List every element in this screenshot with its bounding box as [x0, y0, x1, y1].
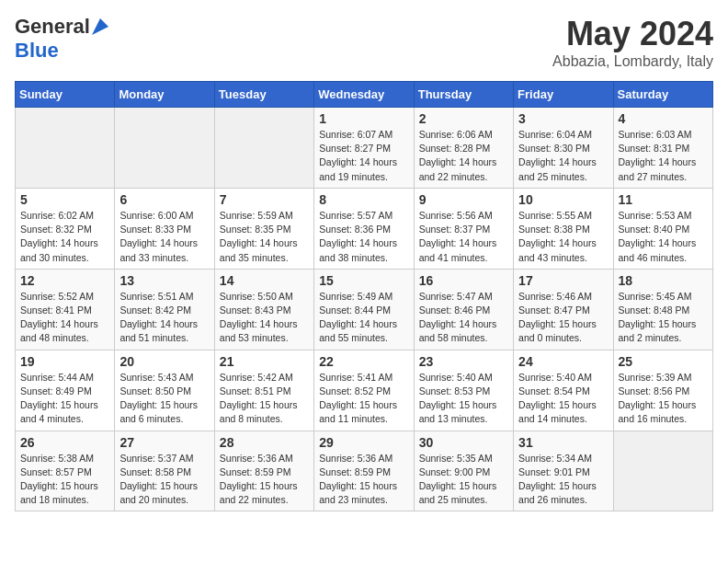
- calendar-cell: 15Sunrise: 5:49 AM Sunset: 8:44 PM Dayli…: [314, 269, 414, 350]
- col-monday: Monday: [115, 82, 214, 108]
- calendar-cell: 8Sunrise: 5:57 AM Sunset: 8:36 PM Daylig…: [314, 188, 414, 269]
- calendar-cell: 14Sunrise: 5:50 AM Sunset: 8:43 PM Dayli…: [214, 269, 313, 350]
- day-number: 8: [319, 192, 408, 207]
- calendar-cell: [16, 108, 115, 189]
- calendar-cell: 12Sunrise: 5:52 AM Sunset: 8:41 PM Dayli…: [16, 269, 115, 350]
- calendar-cell: 4Sunrise: 6:03 AM Sunset: 8:31 PM Daylig…: [613, 108, 712, 189]
- day-number: 6: [119, 192, 209, 207]
- day-number: 2: [419, 111, 508, 126]
- cell-details: Sunrise: 6:03 AM Sunset: 8:31 PM Dayligh…: [619, 128, 708, 184]
- day-number: 16: [419, 273, 508, 288]
- location-text: Abbazia, Lombardy, Italy: [552, 53, 713, 70]
- logo-general-text: General: [15, 15, 90, 39]
- col-friday: Friday: [514, 82, 613, 108]
- cell-details: Sunrise: 5:39 AM Sunset: 8:56 PM Dayligh…: [619, 371, 708, 427]
- calendar-cell: 29Sunrise: 5:36 AM Sunset: 8:59 PM Dayli…: [314, 431, 414, 511]
- calendar-cell: 10Sunrise: 5:55 AM Sunset: 8:38 PM Dayli…: [514, 188, 613, 269]
- cell-details: Sunrise: 5:47 AM Sunset: 8:46 PM Dayligh…: [419, 290, 508, 346]
- logo-arrow-icon: [92, 18, 108, 35]
- day-number: 19: [20, 354, 109, 369]
- calendar-cell: 23Sunrise: 5:40 AM Sunset: 8:53 PM Dayli…: [414, 350, 513, 431]
- calendar-cell: 13Sunrise: 5:51 AM Sunset: 8:42 PM Dayli…: [115, 269, 214, 350]
- col-thursday: Thursday: [414, 82, 513, 108]
- cell-details: Sunrise: 5:36 AM Sunset: 8:59 PM Dayligh…: [319, 452, 408, 508]
- month-title: May 2024: [552, 15, 713, 53]
- calendar-week-5: 26Sunrise: 5:38 AM Sunset: 8:57 PM Dayli…: [16, 431, 713, 511]
- cell-details: Sunrise: 5:44 AM Sunset: 8:49 PM Dayligh…: [20, 371, 109, 427]
- cell-details: Sunrise: 5:57 AM Sunset: 8:36 PM Dayligh…: [319, 209, 408, 265]
- calendar-cell: 31Sunrise: 5:34 AM Sunset: 9:01 PM Dayli…: [514, 431, 613, 511]
- day-number: 15: [319, 273, 408, 288]
- cell-details: Sunrise: 5:55 AM Sunset: 8:38 PM Dayligh…: [518, 209, 608, 265]
- calendar-cell: 9Sunrise: 5:56 AM Sunset: 8:37 PM Daylig…: [414, 188, 513, 269]
- calendar-cell: 18Sunrise: 5:45 AM Sunset: 8:48 PM Dayli…: [613, 269, 712, 350]
- calendar-cell: 5Sunrise: 6:02 AM Sunset: 8:32 PM Daylig…: [16, 188, 115, 269]
- cell-details: Sunrise: 6:02 AM Sunset: 8:32 PM Dayligh…: [20, 209, 109, 265]
- calendar-week-1: 1Sunrise: 6:07 AM Sunset: 8:27 PM Daylig…: [16, 108, 713, 189]
- calendar-table: Sunday Monday Tuesday Wednesday Thursday…: [15, 81, 713, 511]
- cell-details: Sunrise: 5:40 AM Sunset: 8:53 PM Dayligh…: [419, 371, 508, 427]
- day-number: 29: [319, 435, 408, 450]
- logo: General Blue: [15, 15, 108, 63]
- logo-blue-text: Blue: [15, 39, 59, 62]
- calendar-cell: 11Sunrise: 5:53 AM Sunset: 8:40 PM Dayli…: [613, 188, 712, 269]
- day-number: 25: [619, 354, 708, 369]
- calendar-cell: 22Sunrise: 5:41 AM Sunset: 8:52 PM Dayli…: [314, 350, 414, 431]
- cell-details: Sunrise: 5:42 AM Sunset: 8:51 PM Dayligh…: [220, 371, 309, 427]
- col-wednesday: Wednesday: [314, 82, 414, 108]
- cell-details: Sunrise: 5:40 AM Sunset: 8:54 PM Dayligh…: [518, 371, 608, 427]
- calendar-header: Sunday Monday Tuesday Wednesday Thursday…: [16, 82, 713, 108]
- header-row: Sunday Monday Tuesday Wednesday Thursday…: [16, 82, 713, 108]
- day-number: 17: [518, 273, 608, 288]
- day-number: 13: [119, 273, 209, 288]
- calendar-cell: 3Sunrise: 6:04 AM Sunset: 8:30 PM Daylig…: [514, 108, 613, 189]
- day-number: 30: [419, 435, 508, 450]
- day-number: 5: [20, 192, 109, 207]
- page-header: General Blue May 2024 Abbazia, Lombardy,…: [15, 15, 713, 70]
- day-number: 9: [419, 192, 508, 207]
- day-number: 1: [319, 111, 408, 126]
- calendar-cell: 19Sunrise: 5:44 AM Sunset: 8:49 PM Dayli…: [16, 350, 115, 431]
- day-number: 12: [20, 273, 109, 288]
- calendar-cell: 17Sunrise: 5:46 AM Sunset: 8:47 PM Dayli…: [514, 269, 613, 350]
- day-number: 31: [518, 435, 608, 450]
- day-number: 24: [518, 354, 608, 369]
- cell-details: Sunrise: 5:35 AM Sunset: 9:00 PM Dayligh…: [419, 452, 508, 508]
- calendar-week-4: 19Sunrise: 5:44 AM Sunset: 8:49 PM Dayli…: [16, 350, 713, 431]
- calendar-body: 1Sunrise: 6:07 AM Sunset: 8:27 PM Daylig…: [16, 108, 713, 511]
- col-tuesday: Tuesday: [214, 82, 313, 108]
- cell-details: Sunrise: 5:43 AM Sunset: 8:50 PM Dayligh…: [119, 371, 209, 427]
- cell-details: Sunrise: 5:38 AM Sunset: 8:57 PM Dayligh…: [20, 452, 109, 508]
- day-number: 18: [619, 273, 708, 288]
- calendar-cell: [214, 108, 313, 189]
- cell-details: Sunrise: 5:37 AM Sunset: 8:58 PM Dayligh…: [119, 452, 209, 508]
- calendar-cell: 6Sunrise: 6:00 AM Sunset: 8:33 PM Daylig…: [115, 188, 214, 269]
- calendar-cell: 1Sunrise: 6:07 AM Sunset: 8:27 PM Daylig…: [314, 108, 414, 189]
- cell-details: Sunrise: 5:41 AM Sunset: 8:52 PM Dayligh…: [319, 371, 408, 427]
- calendar-cell: [613, 431, 712, 511]
- calendar-cell: 24Sunrise: 5:40 AM Sunset: 8:54 PM Dayli…: [514, 350, 613, 431]
- day-number: 21: [220, 354, 309, 369]
- cell-details: Sunrise: 6:00 AM Sunset: 8:33 PM Dayligh…: [119, 209, 209, 265]
- cell-details: Sunrise: 5:50 AM Sunset: 8:43 PM Dayligh…: [220, 290, 309, 346]
- cell-details: Sunrise: 5:52 AM Sunset: 8:41 PM Dayligh…: [20, 290, 109, 346]
- day-number: 22: [319, 354, 408, 369]
- calendar-cell: 26Sunrise: 5:38 AM Sunset: 8:57 PM Dayli…: [16, 431, 115, 511]
- cell-details: Sunrise: 5:59 AM Sunset: 8:35 PM Dayligh…: [220, 209, 309, 265]
- day-number: 11: [619, 192, 708, 207]
- day-number: 27: [119, 435, 209, 450]
- cell-details: Sunrise: 5:56 AM Sunset: 8:37 PM Dayligh…: [419, 209, 508, 265]
- calendar-cell: 27Sunrise: 5:37 AM Sunset: 8:58 PM Dayli…: [115, 431, 214, 511]
- day-number: 14: [220, 273, 309, 288]
- calendar-cell: 2Sunrise: 6:06 AM Sunset: 8:28 PM Daylig…: [414, 108, 513, 189]
- col-sunday: Sunday: [16, 82, 115, 108]
- cell-details: Sunrise: 5:36 AM Sunset: 8:59 PM Dayligh…: [220, 452, 309, 508]
- cell-details: Sunrise: 5:51 AM Sunset: 8:42 PM Dayligh…: [119, 290, 209, 346]
- cell-details: Sunrise: 5:46 AM Sunset: 8:47 PM Dayligh…: [518, 290, 608, 346]
- title-area: May 2024 Abbazia, Lombardy, Italy: [552, 15, 713, 70]
- day-number: 4: [619, 111, 708, 126]
- day-number: 20: [119, 354, 209, 369]
- day-number: 26: [20, 435, 109, 450]
- svg-marker-0: [92, 18, 108, 35]
- cell-details: Sunrise: 5:49 AM Sunset: 8:44 PM Dayligh…: [319, 290, 408, 346]
